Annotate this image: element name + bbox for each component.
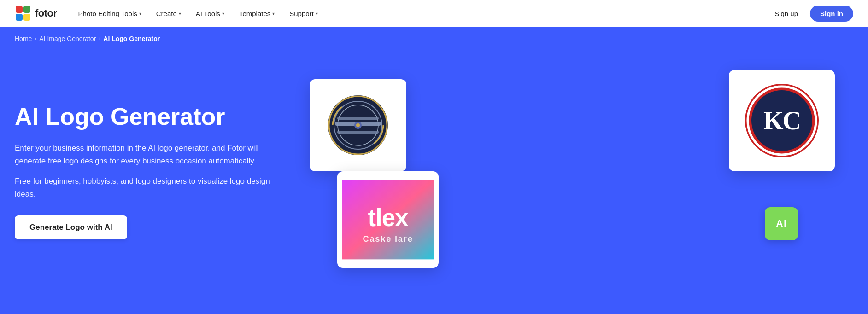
breadcrumb-separator-2: › (99, 35, 100, 42)
chevron-down-icon: ▾ (272, 11, 275, 16)
hero-title: AI Logo Generator (15, 103, 273, 131)
chevron-down-icon: ▾ (316, 11, 318, 16)
fotor-icon (15, 5, 31, 22)
nav-item-photo-editing[interactable]: Photo Editing Tools ▾ (72, 6, 148, 21)
navbar: fotor Photo Editing Tools ▾ Create ▾ AI … (0, 0, 868, 27)
breadcrumb: Home › AI Image Generator › AI Logo Gene… (0, 27, 868, 47)
breadcrumb-parent[interactable]: AI Image Generator (39, 35, 96, 42)
hero-description: Enter your business information in the A… (15, 142, 273, 201)
svg-rect-2 (23, 6, 30, 13)
signup-button[interactable]: Sign up (768, 6, 804, 21)
svg-rect-1 (16, 6, 23, 13)
hero-content: AI Logo Generator Enter your business in… (15, 103, 273, 239)
nav-item-create[interactable]: Create ▾ (150, 6, 188, 21)
svg-text:Caske lare: Caske lare (363, 234, 413, 244)
logo-card-gear (310, 79, 406, 171)
kc-logo-image: KC (743, 81, 821, 160)
nav-links: Photo Editing Tools ▾ Create ▾ AI Tools … (72, 6, 765, 21)
svg-rect-10 (337, 117, 379, 120)
nav-item-ai-tools[interactable]: AI Tools ▾ (189, 6, 231, 21)
signin-button[interactable]: Sign in (810, 6, 853, 22)
brand-logo[interactable]: fotor (15, 5, 57, 22)
ai-badge-text: AI (776, 218, 787, 230)
svg-text:KC: KC (763, 106, 800, 135)
svg-text:tlex: tlex (368, 204, 408, 231)
brand-name: fotor (35, 7, 57, 19)
svg-rect-4 (23, 14, 30, 21)
logo-card-kc: KC (729, 70, 835, 171)
generate-logo-button[interactable]: Generate Logo with AI (15, 215, 127, 239)
breadcrumb-home[interactable]: Home (15, 35, 32, 42)
svg-point-13 (356, 123, 360, 127)
svg-rect-11 (337, 131, 379, 134)
nav-item-templates[interactable]: Templates ▾ (233, 6, 281, 21)
auth-area: Sign up Sign in (768, 6, 853, 22)
chevron-down-icon: ▾ (222, 11, 224, 16)
hero-desc-1: Enter your business information in the A… (15, 142, 273, 168)
chevron-down-icon: ▾ (179, 11, 181, 16)
gear-logo-image (326, 93, 390, 157)
logo-card-tlex: tlex Caske lare (337, 171, 439, 268)
chevron-down-icon: ▾ (139, 11, 141, 16)
nav-item-support[interactable]: Support ▾ (283, 6, 324, 21)
svg-rect-3 (16, 14, 23, 21)
tlex-logo-image: tlex Caske lare (342, 176, 434, 263)
ai-badge: AI (765, 207, 798, 240)
hero-desc-2: Free for beginners, hobbyists, and logo … (15, 175, 273, 201)
breadcrumb-separator-1: › (35, 35, 36, 42)
hero-visual: KC tlex Caske lare (273, 61, 853, 282)
hero-section: AI Logo Generator Enter your business in… (0, 47, 868, 314)
breadcrumb-current: AI Logo Generator (103, 35, 160, 42)
